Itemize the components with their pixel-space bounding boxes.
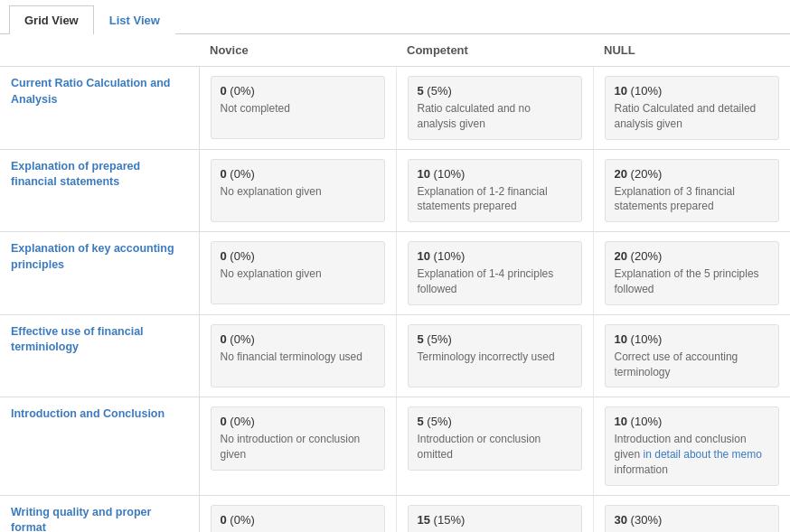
novice-score: 0 (0%) [221,84,375,98]
competent-cell[interactable]: 5 (5%)Ratio calculated and no analysis g… [396,67,593,150]
tab-list-view[interactable]: List View [94,5,175,34]
competent-score: 5 (5%) [418,84,572,98]
row-label-cell: Explanation of prepared financial statem… [0,149,199,232]
row-label-cell: Introduction and Conclusion [0,397,199,495]
null-score: 10 (10%) [615,332,770,346]
table-row: Current Ratio Calculation and Analysis0 … [0,67,790,150]
header-null: NULL [593,34,790,67]
row-label-cell: Effective use of financial terminiology [0,314,199,397]
novice-score: 0 (0%) [221,415,375,428]
null-cell[interactable]: 20 (20%)Explanation of the 5 principles … [593,232,790,315]
row-label-cell: Writing quality and proper format [0,495,199,532]
competent-desc: Terminology incorrectly used [418,350,572,365]
null-cell[interactable]: 10 (10%)Ratio Calculated and detailed an… [593,67,790,150]
null-score: 30 (30%) [615,513,770,527]
novice-desc: No financial terminology used [221,350,375,365]
novice-desc: Not completed [221,101,375,117]
novice-desc: No explanation given [221,266,375,282]
null-score: 20 (20%) [615,167,770,181]
row-label: Effective use of financial terminiology [11,325,144,354]
competent-desc: Explanation of 1-2 financial statements … [418,184,572,215]
null-desc-text: Introduction and conclusion given in det… [615,433,762,476]
competent-cell[interactable]: 15 (15%)Some errors in spelling, grammar… [396,495,593,532]
header-label [0,34,199,67]
competent-score: 5 (5%) [418,332,572,346]
null-desc: Explanation of 3 financial statements pr… [615,184,770,215]
null-cell[interactable]: 10 (10%)Introduction and conclusion give… [593,397,790,495]
rubric-table: Novice Competent NULL Current Ratio Calc… [0,34,790,532]
table-row: Explanation of key accounting principles… [0,232,790,315]
competent-desc: Explanation of 1-4 principles followed [418,266,572,297]
row-label-cell: Current Ratio Calculation and Analysis [0,67,199,150]
null-cell[interactable]: 30 (30%)No grammatical, formatting, or m… [593,495,790,532]
null-cell[interactable]: 10 (10%)Correct use of accounting termin… [593,314,790,397]
null-desc: Ratio Calculated and detailed analysis g… [615,101,770,132]
null-desc: Introduction and conclusion given in det… [615,432,770,477]
table-row: Introduction and Conclusion0 (0%)No intr… [0,397,790,495]
header-novice: Novice [199,34,396,67]
null-desc-text: Correct use of accounting terminology [615,350,738,378]
null-desc-text: Explanation of the 5 principles followed [615,267,759,295]
competent-cell[interactable]: 10 (10%)Explanation of 1-4 principles fo… [396,232,593,315]
row-label: Explanation of prepared financial statem… [11,160,140,189]
novice-score: 0 (0%) [221,167,375,181]
null-desc-text: Ratio Calculated and detailed analysis g… [615,102,757,130]
novice-score: 0 (0%) [221,249,375,263]
tab-grid-view[interactable]: Grid View [9,5,94,34]
novice-cell[interactable]: 0 (0%)No financial terminology used [199,314,396,397]
header-competent: Competent [396,34,593,67]
competent-desc: Introduction or conclusion omitted [418,432,572,462]
novice-desc: No explanation given [221,184,375,200]
competent-score: 15 (15%) [418,513,572,527]
tabs-container: Grid View List View [0,0,790,34]
novice-cell[interactable]: 0 (0%)Not completed [199,67,396,150]
grid-container: Novice Competent NULL Current Ratio Calc… [0,34,790,532]
row-label: Explanation of key accounting principles [11,242,174,271]
competent-score: 10 (10%) [418,249,572,263]
novice-score: 0 (0%) [221,332,375,346]
row-label: Writing quality and proper format [11,506,151,532]
competent-score: 5 (5%) [418,415,572,428]
competent-cell[interactable]: 5 (5%)Terminology incorrectly used [396,314,593,397]
null-cell[interactable]: 20 (20%)Explanation of 3 financial state… [593,149,790,232]
novice-cell[interactable]: 0 (0%)More than 5 errors [199,495,396,532]
competent-cell[interactable]: 5 (5%)Introduction or conclusion omitted [396,397,593,495]
novice-cell[interactable]: 0 (0%)No explanation given [199,232,396,315]
null-score: 10 (10%) [615,415,770,428]
table-row: Explanation of prepared financial statem… [0,149,790,232]
null-score: 10 (10%) [615,84,770,98]
novice-score: 0 (0%) [221,513,375,527]
row-label-cell: Explanation of key accounting principles [0,232,199,315]
novice-desc: No introduction or conclusion given [221,432,375,462]
table-row: Writing quality and proper format0 (0%)M… [0,495,790,532]
row-label: Current Ratio Calculation and Analysis [11,77,170,106]
null-desc-text: Explanation of 3 financial statements pr… [615,185,735,213]
novice-cell[interactable]: 0 (0%)No introduction or conclusion give… [199,397,396,495]
competent-score: 10 (10%) [418,167,572,181]
competent-cell[interactable]: 10 (10%)Explanation of 1-2 financial sta… [396,149,593,232]
competent-desc: Ratio calculated and no analysis given [418,101,572,132]
table-row: Effective use of financial terminiology0… [0,314,790,397]
null-score: 20 (20%) [615,249,770,263]
row-label: Introduction and Conclusion [11,407,165,420]
null-desc: Correct use of accounting terminology [615,350,770,380]
null-desc: Explanation of the 5 principles followed [615,266,770,297]
null-desc-highlight: in detail about the memo [644,448,762,461]
novice-cell[interactable]: 0 (0%)No explanation given [199,149,396,232]
table-header-row: Novice Competent NULL [0,34,790,67]
